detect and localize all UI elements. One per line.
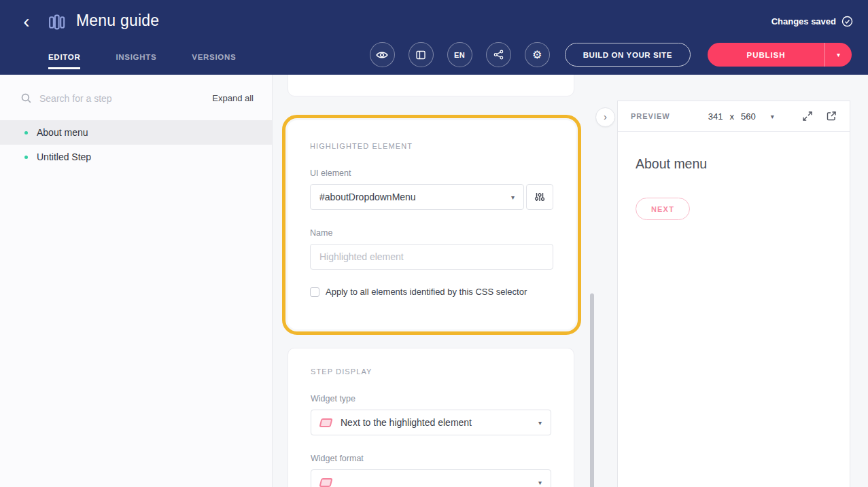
- back-button[interactable]: ‹: [16, 11, 37, 34]
- widget-format-select[interactable]: ▾: [311, 469, 551, 487]
- build-on-your-site-button[interactable]: BUILD ON YOUR SITE: [565, 43, 691, 67]
- preview-width-value: 341: [708, 111, 723, 122]
- publish-split-button: PUBLISH ▾: [708, 43, 852, 67]
- expand-icon: [802, 111, 813, 122]
- ui-element-row: #aboutDropdownMenu ▾: [310, 184, 553, 210]
- sliders-icon: [534, 192, 545, 202]
- widget-format-label: Widget format: [311, 454, 551, 463]
- preview-label: PREVIEW: [631, 112, 670, 120]
- highlighted-element-card: HIGHLIGHTED ELEMENT UI element #aboutDro…: [288, 120, 576, 329]
- layout-columns-icon: [415, 50, 426, 60]
- step-label: About menu: [37, 127, 88, 138]
- topbar-controls: EN ⚙ BUILD ON YOUR SITE PUBLISH: [370, 42, 852, 67]
- step-editor-panel: HIGHLIGHTED ELEMENT UI element #aboutDro…: [273, 75, 615, 487]
- share-button[interactable]: [486, 42, 511, 67]
- highlighted-element-ring: HIGHLIGHTED ELEMENT UI element #aboutDro…: [282, 115, 581, 335]
- step-list: About menu Untitled Step: [0, 120, 272, 169]
- name-label: Name: [310, 228, 553, 238]
- next-button[interactable]: NEXT: [636, 198, 690, 220]
- previous-settings-card: [288, 75, 574, 96]
- tab-versions[interactable]: VERSIONS: [192, 53, 236, 69]
- tab-editor[interactable]: EDITOR: [48, 53, 80, 69]
- step-search-row: Expand all: [0, 75, 272, 113]
- chevron-down-icon: ▾: [538, 419, 542, 427]
- widget-type-row: Next to the highlighted element ▾: [311, 410, 551, 435]
- preview-body: About menu NEXT: [618, 132, 850, 236]
- ui-element-label: UI element: [310, 168, 553, 178]
- apply-all-row: Apply to all elements identified by this…: [310, 287, 553, 297]
- gear-icon: ⚙: [532, 50, 542, 60]
- search-icon: [20, 92, 32, 104]
- chevron-down-icon: ▾: [837, 51, 840, 58]
- preview-actions: [802, 111, 837, 122]
- widget-type-select[interactable]: Next to the highlighted element ▾: [311, 410, 551, 435]
- guide-logo-icon: [48, 13, 66, 31]
- fullscreen-button[interactable]: [802, 111, 813, 122]
- widget-format-icon: [319, 478, 332, 487]
- preview-step-heading: About menu: [636, 156, 832, 172]
- step-item-untitled[interactable]: Untitled Step: [0, 145, 272, 169]
- language-button[interactable]: EN: [447, 42, 472, 67]
- editor-scrollbar[interactable]: [590, 293, 594, 487]
- apply-all-checkbox[interactable]: [310, 287, 319, 297]
- publish-dropdown-button[interactable]: ▾: [824, 43, 852, 67]
- element-name-input[interactable]: [310, 244, 553, 270]
- eye-icon: [376, 50, 388, 60]
- widget-tooltip-icon: [319, 418, 332, 427]
- settings-button[interactable]: ⚙: [525, 42, 550, 67]
- step-status-dot: [24, 156, 28, 159]
- language-code: EN: [454, 51, 465, 59]
- expand-all-link[interactable]: Expand all: [212, 93, 254, 103]
- size-separator: x: [729, 111, 734, 122]
- chevron-down-icon: ▾: [538, 479, 542, 486]
- ui-element-value: #aboutDropdownMenu: [319, 192, 416, 202]
- app-root: ‹ Menu guide Changes saved EDITOR INSIGH…: [0, 0, 868, 487]
- open-in-new-tab-button[interactable]: [826, 111, 837, 122]
- preview-size-select[interactable]: 341 x 560 ▾: [708, 111, 774, 122]
- check-circle-icon: [841, 16, 853, 27]
- step-status-dot: [24, 131, 28, 134]
- widget-type-value: Next to the highlighted element: [341, 417, 472, 428]
- widget-format-row: ▾: [311, 469, 551, 487]
- tab-insights[interactable]: INSIGHTS: [116, 53, 156, 69]
- section-title: STEP DISPLAY: [311, 367, 551, 376]
- layout-button[interactable]: [409, 42, 434, 67]
- ui-element-select[interactable]: #aboutDropdownMenu ▾: [310, 184, 524, 210]
- preview-panel: PREVIEW 341 x 560 ▾: [617, 101, 850, 487]
- step-label: Untitled Step: [37, 151, 91, 162]
- share-icon: [493, 50, 504, 60]
- collapse-preview-button[interactable]: ›: [595, 107, 615, 127]
- chevron-down-icon: ▾: [771, 113, 774, 120]
- chevron-down-icon: ▾: [511, 194, 515, 201]
- apply-all-label: Apply to all elements identified by this…: [326, 287, 527, 297]
- publish-button[interactable]: PUBLISH: [708, 43, 824, 67]
- save-status: Changes saved: [771, 16, 853, 27]
- step-item-about-menu[interactable]: About menu: [0, 120, 272, 145]
- preview-eye-button[interactable]: [370, 42, 395, 67]
- section-title: HIGHLIGHTED ELEMENT: [310, 142, 553, 150]
- widget-type-label: Widget type: [311, 394, 551, 403]
- page-title: Menu guide: [76, 12, 159, 30]
- top-bar: ‹ Menu guide Changes saved EDITOR INSIGH…: [0, 0, 868, 75]
- search-step-input[interactable]: [39, 93, 205, 104]
- external-link-icon: [826, 111, 837, 122]
- selector-settings-button[interactable]: [526, 184, 553, 210]
- preview-header: PREVIEW 341 x 560 ▾: [618, 101, 850, 132]
- step-display-card: STEP DISPLAY Widget type Next to the hig…: [288, 348, 574, 487]
- preview-height-value: 560: [741, 111, 756, 122]
- save-status-label: Changes saved: [771, 16, 836, 26]
- steps-sidebar: Expand all About menu Untitled Step: [0, 75, 273, 487]
- editor-tabs: EDITOR INSIGHTS VERSIONS: [48, 53, 236, 69]
